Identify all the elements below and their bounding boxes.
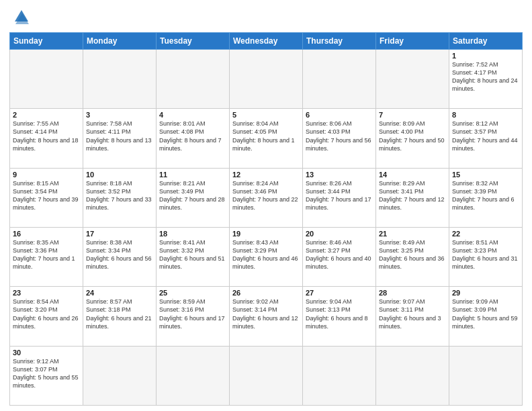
calendar-cell xyxy=(83,346,157,405)
day-number: 25 xyxy=(159,289,226,297)
day-number: 7 xyxy=(379,111,446,119)
day-info: Sunrise: 8:32 AM Sunset: 3:39 PM Dayligh… xyxy=(452,179,519,212)
calendar-cell: 29Sunrise: 9:09 AM Sunset: 3:09 PM Dayli… xyxy=(449,287,523,346)
day-info: Sunrise: 8:41 AM Sunset: 3:32 PM Dayligh… xyxy=(159,238,226,271)
calendar-cell: 10Sunrise: 8:18 AM Sunset: 3:52 PM Dayli… xyxy=(83,168,157,227)
calendar-cell xyxy=(83,50,157,109)
logo xyxy=(9,8,32,27)
page: SundayMondayTuesdayWednesdayThursdayFrid… xyxy=(0,0,532,411)
day-number: 28 xyxy=(379,289,446,297)
day-header-saturday: Saturday xyxy=(449,33,523,50)
day-number: 18 xyxy=(159,230,226,238)
calendar-cell: 1Sunrise: 7:52 AM Sunset: 4:17 PM Daylig… xyxy=(449,50,523,109)
week-row-5: 30Sunrise: 9:12 AM Sunset: 3:07 PM Dayli… xyxy=(10,346,523,405)
day-info: Sunrise: 9:09 AM Sunset: 3:09 PM Dayligh… xyxy=(452,298,519,330)
week-row-4: 23Sunrise: 8:54 AM Sunset: 3:20 PM Dayli… xyxy=(10,287,523,346)
calendar-cell: 4Sunrise: 8:01 AM Sunset: 4:08 PM Daylig… xyxy=(157,109,230,168)
day-number: 22 xyxy=(452,230,519,238)
calendar-cell: 2Sunrise: 7:55 AM Sunset: 4:14 PM Daylig… xyxy=(10,109,83,168)
day-number: 8 xyxy=(452,111,519,119)
calendar-cell xyxy=(10,50,83,109)
day-info: Sunrise: 9:12 AM Sunset: 3:07 PM Dayligh… xyxy=(13,357,80,390)
calendar-header-row: SundayMondayTuesdayWednesdayThursdayFrid… xyxy=(10,33,523,50)
calendar-cell: 25Sunrise: 8:59 AM Sunset: 3:16 PM Dayli… xyxy=(157,287,230,346)
day-info: Sunrise: 8:18 AM Sunset: 3:52 PM Dayligh… xyxy=(86,179,153,212)
day-number: 11 xyxy=(159,171,226,179)
day-number: 23 xyxy=(13,289,80,297)
calendar-cell: 5Sunrise: 8:04 AM Sunset: 4:05 PM Daylig… xyxy=(230,109,303,168)
day-header-tuesday: Tuesday xyxy=(157,33,230,50)
calendar-cell: 9Sunrise: 8:15 AM Sunset: 3:54 PM Daylig… xyxy=(10,168,83,227)
calendar-cell: 21Sunrise: 8:49 AM Sunset: 3:25 PM Dayli… xyxy=(376,227,449,286)
calendar-cell xyxy=(376,50,449,109)
day-info: Sunrise: 9:07 AM Sunset: 3:11 PM Dayligh… xyxy=(379,298,446,330)
day-number: 10 xyxy=(86,171,153,179)
calendar-cell: 22Sunrise: 8:51 AM Sunset: 3:23 PM Dayli… xyxy=(449,227,523,286)
day-info: Sunrise: 8:54 AM Sunset: 3:20 PM Dayligh… xyxy=(13,298,80,330)
day-info: Sunrise: 8:57 AM Sunset: 3:18 PM Dayligh… xyxy=(86,298,153,330)
calendar-cell xyxy=(157,50,230,109)
calendar-cell: 30Sunrise: 9:12 AM Sunset: 3:07 PM Dayli… xyxy=(10,346,83,405)
day-number: 13 xyxy=(306,171,373,179)
calendar-cell xyxy=(376,346,449,405)
day-number: 21 xyxy=(379,230,446,238)
day-info: Sunrise: 8:01 AM Sunset: 4:08 PM Dayligh… xyxy=(159,120,226,152)
day-number: 16 xyxy=(13,230,80,238)
day-number: 5 xyxy=(232,111,300,119)
calendar-cell: 17Sunrise: 8:38 AM Sunset: 3:34 PM Dayli… xyxy=(83,227,157,286)
day-info: Sunrise: 7:52 AM Sunset: 4:17 PM Dayligh… xyxy=(452,60,519,93)
calendar-cell xyxy=(230,50,303,109)
calendar-cell: 16Sunrise: 8:35 AM Sunset: 3:36 PM Dayli… xyxy=(10,227,83,286)
calendar-cell: 6Sunrise: 8:06 AM Sunset: 4:03 PM Daylig… xyxy=(303,109,376,168)
day-header-monday: Monday xyxy=(83,33,157,50)
calendar-cell: 11Sunrise: 8:21 AM Sunset: 3:49 PM Dayli… xyxy=(157,168,230,227)
day-info: Sunrise: 8:59 AM Sunset: 3:16 PM Dayligh… xyxy=(159,298,226,330)
day-header-thursday: Thursday xyxy=(303,33,376,50)
day-number: 30 xyxy=(13,349,80,357)
calendar-cell: 8Sunrise: 8:12 AM Sunset: 3:57 PM Daylig… xyxy=(449,109,523,168)
day-info: Sunrise: 8:09 AM Sunset: 4:00 PM Dayligh… xyxy=(379,120,446,152)
day-number: 20 xyxy=(306,230,373,238)
day-info: Sunrise: 8:21 AM Sunset: 3:49 PM Dayligh… xyxy=(159,179,226,212)
calendar-cell xyxy=(449,346,523,405)
day-header-wednesday: Wednesday xyxy=(230,33,303,50)
day-number: 19 xyxy=(232,230,300,238)
day-info: Sunrise: 8:49 AM Sunset: 3:25 PM Dayligh… xyxy=(379,238,446,271)
day-info: Sunrise: 8:24 AM Sunset: 3:46 PM Dayligh… xyxy=(232,179,300,212)
day-number: 26 xyxy=(232,289,300,297)
day-header-sunday: Sunday xyxy=(10,33,83,50)
calendar-cell: 3Sunrise: 7:58 AM Sunset: 4:11 PM Daylig… xyxy=(83,109,157,168)
calendar-cell xyxy=(157,346,230,405)
calendar-cell: 19Sunrise: 8:43 AM Sunset: 3:29 PM Dayli… xyxy=(230,227,303,286)
day-info: Sunrise: 9:02 AM Sunset: 3:14 PM Dayligh… xyxy=(232,298,300,330)
day-info: Sunrise: 8:04 AM Sunset: 4:05 PM Dayligh… xyxy=(232,120,300,152)
day-number: 3 xyxy=(86,111,153,119)
week-row-0: 1Sunrise: 7:52 AM Sunset: 4:17 PM Daylig… xyxy=(10,50,523,109)
day-number: 2 xyxy=(13,111,80,119)
calendar-cell: 13Sunrise: 8:26 AM Sunset: 3:44 PM Dayli… xyxy=(303,168,376,227)
day-info: Sunrise: 9:04 AM Sunset: 3:13 PM Dayligh… xyxy=(306,298,373,330)
logo-icon xyxy=(11,7,32,27)
day-info: Sunrise: 8:12 AM Sunset: 3:57 PM Dayligh… xyxy=(452,120,519,152)
calendar-cell xyxy=(230,346,303,405)
calendar-cell xyxy=(303,50,376,109)
calendar-cell: 27Sunrise: 9:04 AM Sunset: 3:13 PM Dayli… xyxy=(303,287,376,346)
week-row-2: 9Sunrise: 8:15 AM Sunset: 3:54 PM Daylig… xyxy=(10,168,523,227)
day-info: Sunrise: 8:38 AM Sunset: 3:34 PM Dayligh… xyxy=(86,238,153,271)
calendar-table: SundayMondayTuesdayWednesdayThursdayFrid… xyxy=(9,32,523,406)
day-number: 4 xyxy=(159,111,226,119)
day-number: 29 xyxy=(452,289,519,297)
calendar-cell: 24Sunrise: 8:57 AM Sunset: 3:18 PM Dayli… xyxy=(83,287,157,346)
calendar-cell: 20Sunrise: 8:46 AM Sunset: 3:27 PM Dayli… xyxy=(303,227,376,286)
week-row-3: 16Sunrise: 8:35 AM Sunset: 3:36 PM Dayli… xyxy=(10,227,523,286)
week-row-1: 2Sunrise: 7:55 AM Sunset: 4:14 PM Daylig… xyxy=(10,109,523,168)
day-number: 27 xyxy=(306,289,373,297)
calendar-cell: 23Sunrise: 8:54 AM Sunset: 3:20 PM Dayli… xyxy=(10,287,83,346)
calendar-cell: 26Sunrise: 9:02 AM Sunset: 3:14 PM Dayli… xyxy=(230,287,303,346)
day-info: Sunrise: 8:46 AM Sunset: 3:27 PM Dayligh… xyxy=(306,238,373,271)
calendar-cell xyxy=(303,346,376,405)
calendar-cell: 15Sunrise: 8:32 AM Sunset: 3:39 PM Dayli… xyxy=(449,168,523,227)
day-number: 24 xyxy=(86,289,153,297)
header xyxy=(9,8,523,27)
day-header-friday: Friday xyxy=(376,33,449,50)
